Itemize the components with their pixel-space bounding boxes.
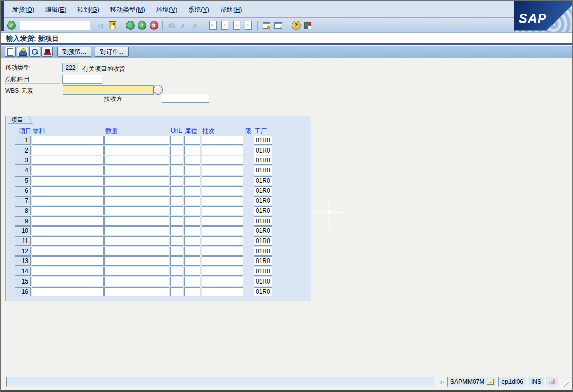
- movement-type-field[interactable]: [62, 63, 78, 72]
- plant-field[interactable]: [254, 216, 272, 226]
- plant-field[interactable]: [254, 287, 272, 296]
- plant-field[interactable]: [254, 156, 272, 165]
- menu-item[interactable]: 移动类型(M): [109, 5, 147, 15]
- plant-field[interactable]: [254, 256, 272, 266]
- item-number-field[interactable]: [15, 226, 31, 235]
- batch-field[interactable]: [202, 196, 243, 205]
- menu-item[interactable]: 环境(V): [155, 5, 179, 15]
- storage-bin-field[interactable]: [184, 136, 200, 145]
- plant-field[interactable]: [254, 146, 272, 155]
- item-number-field[interactable]: [15, 247, 31, 256]
- status-message-field[interactable]: [6, 377, 435, 387]
- plant-field[interactable]: [254, 277, 272, 286]
- status-system-cell[interactable]: ep1di06: [498, 377, 526, 387]
- details-hat-icon[interactable]: [41, 47, 53, 57]
- une-field[interactable]: [170, 287, 183, 296]
- batch-field[interactable]: [202, 146, 243, 155]
- quantity-field[interactable]: [104, 256, 169, 266]
- material-field[interactable]: [32, 247, 104, 256]
- storage-bin-field[interactable]: [184, 206, 200, 215]
- material-field[interactable]: [32, 236, 104, 246]
- storage-bin-field[interactable]: [184, 247, 200, 256]
- quantity-field[interactable]: [104, 247, 169, 256]
- new-session-icon[interactable]: ✱: [261, 20, 271, 31]
- plant-field[interactable]: [254, 247, 272, 256]
- customize-icon[interactable]: [303, 20, 313, 31]
- quantity-field[interactable]: [104, 176, 169, 185]
- enter-icon[interactable]: ✔: [6, 20, 16, 31]
- resize-grip[interactable]: [560, 378, 569, 387]
- command-field[interactable]: [20, 21, 90, 30]
- une-field[interactable]: [170, 267, 183, 276]
- exit-icon[interactable]: ⇧: [137, 20, 147, 31]
- une-field[interactable]: [170, 136, 183, 145]
- receiver-field[interactable]: [162, 94, 209, 103]
- material-field[interactable]: [32, 196, 104, 205]
- material-field[interactable]: [32, 216, 104, 226]
- plant-field[interactable]: [254, 206, 272, 215]
- batch-field[interactable]: [202, 256, 243, 266]
- menu-item[interactable]: 系统(Y): [186, 5, 211, 15]
- une-field[interactable]: [170, 216, 183, 226]
- material-field[interactable]: [32, 267, 104, 276]
- status-program-cell[interactable]: SAPMM07M ≡: [447, 377, 497, 387]
- material-field[interactable]: [32, 206, 104, 215]
- batch-field[interactable]: [202, 166, 243, 175]
- save-icon[interactable]: [107, 20, 117, 31]
- back-icon[interactable]: ←: [125, 20, 135, 31]
- material-field[interactable]: [32, 146, 104, 155]
- batch-field[interactable]: [202, 277, 243, 286]
- plant-field[interactable]: [254, 196, 272, 205]
- cancel-icon[interactable]: ✖: [148, 20, 159, 31]
- quantity-field[interactable]: [104, 146, 169, 155]
- batch-field[interactable]: [202, 176, 243, 185]
- batch-field[interactable]: [202, 216, 243, 226]
- wbs-element-field[interactable]: [63, 85, 154, 95]
- plant-field[interactable]: [254, 166, 272, 175]
- quantity-field[interactable]: [104, 287, 169, 296]
- item-number-field[interactable]: [15, 156, 31, 165]
- quantity-field[interactable]: [104, 216, 169, 226]
- item-number-field[interactable]: [15, 206, 31, 215]
- batch-field[interactable]: [202, 136, 243, 145]
- item-number-field[interactable]: [15, 287, 31, 296]
- status-performance-cell[interactable]: [546, 377, 558, 387]
- une-field[interactable]: [170, 196, 183, 205]
- find-icon[interactable]: ⌕: [178, 20, 188, 31]
- une-field[interactable]: [170, 146, 183, 155]
- batch-field[interactable]: [202, 206, 243, 215]
- new-item-icon[interactable]: [5, 47, 16, 57]
- plant-field[interactable]: [254, 136, 272, 145]
- quantity-field[interactable]: [104, 196, 169, 205]
- une-field[interactable]: [170, 277, 183, 286]
- material-field[interactable]: [32, 166, 104, 175]
- material-field[interactable]: [32, 287, 104, 296]
- menu-item[interactable]: 转到(G): [76, 5, 101, 15]
- storage-bin-field[interactable]: [184, 226, 200, 235]
- storage-bin-field[interactable]: [184, 186, 200, 195]
- material-field[interactable]: [32, 277, 104, 286]
- quantity-field[interactable]: [104, 267, 169, 276]
- status-expand-icon[interactable]: ▷: [440, 379, 444, 385]
- une-field[interactable]: [170, 206, 183, 215]
- plant-field[interactable]: [254, 186, 272, 195]
- storage-bin-field[interactable]: [184, 166, 200, 175]
- quantity-field[interactable]: [104, 136, 169, 145]
- item-number-field[interactable]: [15, 166, 31, 175]
- item-number-field[interactable]: [15, 267, 31, 276]
- item-number-field[interactable]: [15, 176, 31, 185]
- batch-field[interactable]: [202, 236, 243, 246]
- une-field[interactable]: [170, 186, 183, 195]
- storage-bin-field[interactable]: [184, 287, 200, 296]
- print-icon[interactable]: ⎙: [166, 20, 177, 31]
- item-number-field[interactable]: [15, 216, 31, 226]
- batch-field[interactable]: [202, 186, 243, 195]
- plant-field[interactable]: [254, 236, 272, 246]
- quantity-field[interactable]: [104, 156, 169, 165]
- quantity-field[interactable]: [104, 186, 169, 195]
- item-number-field[interactable]: [15, 196, 31, 205]
- une-field[interactable]: [170, 226, 183, 235]
- batch-field[interactable]: [202, 267, 243, 276]
- item-number-field[interactable]: [15, 146, 31, 155]
- item-number-field[interactable]: [15, 277, 31, 286]
